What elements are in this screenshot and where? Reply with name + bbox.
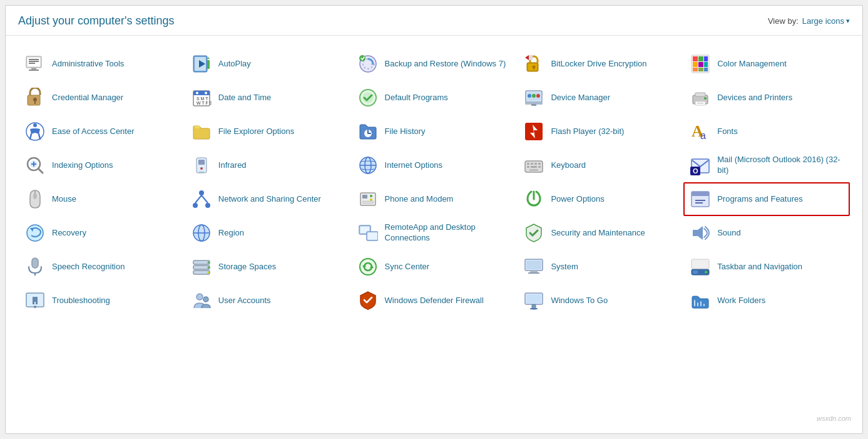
mail-outlook-label[interactable]: Mail (Microsoft Outlook 2016) (32-bit)	[717, 155, 844, 176]
windows-to-go-icon	[523, 290, 544, 311]
device-manager-icon	[523, 87, 544, 108]
file-history-label[interactable]: File History	[385, 127, 426, 137]
item-system[interactable]: System	[517, 250, 683, 284]
sound-label[interactable]: Sound	[717, 228, 741, 239]
item-bitlocker[interactable]: BitLocker Drive Encryption	[517, 47, 683, 81]
bitlocker-icon	[523, 53, 544, 75]
date-time-label[interactable]: Date and Time	[218, 93, 272, 103]
user-accounts-label[interactable]: User Accounts	[218, 296, 271, 306]
svg-rect-34	[193, 94, 210, 95]
item-sync-center[interactable]: Sync Center	[351, 250, 518, 284]
item-ease-of-access[interactable]: Ease of Access Center	[18, 115, 185, 148]
item-windows-defender[interactable]: Windows Defender Firewall	[351, 284, 518, 318]
item-storage-spaces[interactable]: Storage Spaces	[185, 250, 351, 284]
speech-recognition-label[interactable]: Speech Recognition	[52, 262, 125, 272]
ease-of-access-label[interactable]: Ease of Access Center	[52, 127, 135, 137]
item-region[interactable]: Region	[185, 216, 351, 250]
item-speech-recognition[interactable]: Speech Recognition	[18, 250, 185, 284]
sync-center-label[interactable]: Sync Center	[385, 262, 430, 272]
infrared-label[interactable]: Infrared	[218, 160, 247, 171]
item-network-sharing[interactable]: Network and Sharing Center	[185, 182, 351, 216]
bitlocker-label[interactable]: BitLocker Drive Encryption	[551, 59, 646, 70]
phone-modem-icon	[357, 189, 379, 210]
svg-rect-21	[698, 56, 703, 61]
fonts-label[interactable]: Fonts	[717, 127, 738, 137]
autoplay-label[interactable]: AutoPlay	[218, 59, 251, 70]
infrared-icon	[191, 155, 212, 176]
region-icon	[191, 222, 212, 244]
svg-text:W T F S: W T F S	[197, 101, 212, 105]
sound-icon	[690, 222, 711, 244]
phone-modem-label[interactable]: Phone and Modem	[385, 194, 454, 205]
item-security-maintenance[interactable]: Security and Maintenance	[517, 216, 683, 250]
svg-rect-27	[698, 68, 703, 71]
control-panel-window: Adjust your computer's settings View by:…	[5, 5, 863, 434]
item-taskbar-navigation[interactable]: Taskbar and Navigation	[683, 250, 850, 284]
svg-rect-118	[193, 271, 210, 274]
item-file-explorer[interactable]: File Explorer Options	[185, 115, 351, 148]
item-fonts[interactable]: AaFonts	[683, 115, 850, 148]
svg-rect-22	[704, 56, 708, 61]
region-label[interactable]: Region	[218, 228, 244, 239]
keyboard-label[interactable]: Keyboard	[551, 160, 586, 171]
item-mouse[interactable]: Mouse	[18, 182, 185, 216]
item-power-options[interactable]: Power Options	[517, 182, 683, 216]
item-credential-manager[interactable]: Credential Manager	[18, 81, 185, 115]
backup-restore-label[interactable]: Backup and Restore (Windows 7)	[385, 59, 506, 70]
storage-spaces-label[interactable]: Storage Spaces	[218, 262, 277, 272]
item-devices-printers[interactable]: Devices and Printers	[683, 81, 850, 115]
item-default-programs[interactable]: Default Programs	[351, 81, 518, 115]
svg-rect-69	[199, 172, 204, 173]
svg-rect-77	[538, 163, 541, 165]
item-keyboard[interactable]: Keyboard	[517, 148, 683, 182]
administrative-tools-label[interactable]: Administrative Tools	[52, 59, 124, 70]
devices-printers-label[interactable]: Devices and Printers	[717, 93, 792, 103]
item-backup-restore[interactable]: Backup and Restore (Windows 7)	[351, 47, 518, 81]
flash-player-label[interactable]: Flash Player (32-bit)	[551, 127, 624, 137]
item-internet-options[interactable]: Internet Options	[351, 148, 518, 182]
default-programs-label[interactable]: Default Programs	[385, 93, 448, 103]
item-mail-outlook[interactable]: OMail (Microsoft Outlook 2016) (32-bit)	[683, 148, 850, 182]
color-management-label[interactable]: Color Management	[717, 59, 787, 70]
item-user-accounts[interactable]: User Accounts	[185, 284, 351, 318]
item-color-management[interactable]: Color Management	[683, 47, 850, 81]
taskbar-navigation-label[interactable]: Taskbar and Navigation	[717, 262, 802, 272]
item-troubleshooting[interactable]: Troubleshooting	[18, 284, 185, 318]
remoteapp-label[interactable]: RemoteApp and Desktop Connections	[385, 222, 511, 244]
item-device-manager[interactable]: Device Manager	[517, 81, 683, 115]
windows-to-go-label[interactable]: Windows To Go	[551, 296, 608, 306]
device-manager-label[interactable]: Device Manager	[551, 93, 610, 103]
item-administrative-tools[interactable]: Administrative Tools	[18, 47, 185, 81]
security-maintenance-label[interactable]: Security and Maintenance	[551, 228, 645, 239]
power-options-label[interactable]: Power Options	[551, 194, 604, 205]
internet-options-label[interactable]: Internet Options	[385, 160, 443, 171]
view-by-dropdown[interactable]: Large icons	[802, 16, 850, 26]
indexing-options-label[interactable]: Indexing Options	[52, 160, 113, 171]
troubleshooting-label[interactable]: Troubleshooting	[52, 296, 110, 306]
item-infrared[interactable]: Infrared	[185, 148, 351, 182]
item-indexing-options[interactable]: Indexing Options	[18, 148, 185, 182]
item-windows-to-go[interactable]: Windows To Go	[517, 284, 683, 318]
svg-line-90	[195, 195, 202, 203]
mouse-label[interactable]: Mouse	[52, 194, 76, 205]
windows-defender-label[interactable]: Windows Defender Firewall	[385, 296, 484, 306]
item-file-history[interactable]: File History	[351, 115, 518, 148]
item-recovery[interactable]: Recovery	[18, 216, 185, 250]
item-flash-player[interactable]: Flash Player (32-bit)	[517, 115, 683, 148]
recovery-label[interactable]: Recovery	[52, 228, 86, 239]
programs-features-label[interactable]: Programs and Features	[717, 194, 803, 205]
credential-manager-label[interactable]: Credential Manager	[52, 93, 123, 103]
item-date-time[interactable]: S M TW T F SDate and Time	[185, 81, 351, 115]
file-explorer-label[interactable]: File Explorer Options	[218, 127, 294, 137]
item-sound[interactable]: Sound	[683, 216, 850, 250]
svg-rect-52	[697, 103, 703, 104]
item-work-folders[interactable]: Work Folders	[683, 284, 850, 318]
work-folders-label[interactable]: Work Folders	[717, 296, 765, 306]
network-sharing-label[interactable]: Network and Sharing Center	[218, 194, 321, 205]
system-label[interactable]: System	[551, 262, 578, 272]
item-autoplay[interactable]: AutoPlay	[185, 47, 351, 81]
item-programs-features[interactable]: Programs and Features	[683, 182, 850, 216]
item-phone-modem[interactable]: Phone and Modem	[351, 182, 518, 216]
svg-point-131	[705, 271, 707, 274]
item-remoteapp[interactable]: RemoteApp and Desktop Connections	[351, 216, 518, 250]
